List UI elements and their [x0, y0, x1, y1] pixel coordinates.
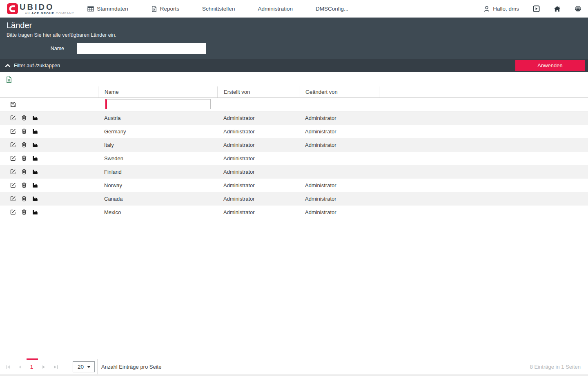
excel-export-icon[interactable]: [6, 76, 12, 83]
table-row: Canada Administrator Administrator: [0, 192, 588, 206]
nav-item-schnittstellen[interactable]: Schnittstellen: [202, 6, 235, 12]
active-page-indicator: [27, 358, 38, 360]
countries-table: Name Erstellt von Geändert von: [0, 86, 588, 219]
cell-modified-by: Administrator: [299, 128, 379, 135]
edit-icon[interactable]: [10, 195, 16, 202]
factory-icon[interactable]: [32, 142, 38, 148]
edit-icon[interactable]: [10, 182, 16, 188]
column-header-created-by[interactable]: Erstellt von: [217, 86, 299, 97]
globe-icon: [575, 5, 581, 12]
logo-c-icon: [7, 3, 18, 15]
first-page-icon: [5, 364, 11, 370]
next-page-icon: [41, 364, 47, 370]
factory-icon[interactable]: [32, 195, 38, 202]
filter-toolbar: Filter auf-/zuklappen Anwenden: [0, 59, 588, 72]
brand-text: UBIDO: [20, 2, 74, 11]
cell-name: Sweden: [98, 155, 217, 161]
home-icon: [554, 6, 561, 12]
page-size-label: Anzahl Einträge pro Seite: [101, 364, 161, 370]
factory-icon[interactable]: [32, 155, 38, 161]
prev-page-button[interactable]: [14, 360, 26, 374]
name-filter-input[interactable]: [77, 43, 206, 54]
main-menu: Stammdaten Reports Schnittstellen Admini…: [87, 6, 348, 12]
nav-item-administration[interactable]: Administration: [258, 6, 293, 12]
edit-icon[interactable]: [10, 209, 16, 215]
factory-icon[interactable]: [32, 182, 38, 188]
delete-icon[interactable]: [21, 128, 27, 135]
bottom-strip: [0, 374, 588, 376]
prev-page-icon: [17, 364, 23, 370]
user-icon: [483, 6, 490, 12]
delete-icon[interactable]: [21, 115, 27, 121]
next-page-button[interactable]: [38, 360, 49, 374]
play-icon: [533, 5, 540, 12]
delete-icon[interactable]: [21, 209, 27, 215]
save-icon[interactable]: [10, 101, 16, 108]
content-area: Name Erstellt von Geändert von: [0, 72, 588, 359]
delete-icon[interactable]: [21, 168, 27, 175]
cell-modified-by: Administrator: [299, 182, 379, 188]
cell-created-by: Administrator: [217, 155, 299, 161]
nav-item-label: Schnittstellen: [202, 6, 235, 12]
column-header-modified-by[interactable]: Geändert von: [299, 86, 379, 97]
first-page-button[interactable]: [2, 360, 14, 374]
delete-icon[interactable]: [21, 155, 27, 161]
cell-created-by: Administrator: [217, 196, 299, 202]
filter-collapse-toggle[interactable]: Filter auf-/zuklappen: [5, 63, 60, 69]
cell-name: Austria: [98, 115, 217, 121]
column-header-name[interactable]: Name: [98, 86, 217, 97]
video-help-button[interactable]: [533, 5, 540, 12]
factory-icon[interactable]: [32, 115, 38, 121]
factory-icon[interactable]: [32, 128, 38, 135]
nav-item-label: DMSConfig...: [316, 6, 348, 12]
page-number-button[interactable]: 1: [26, 360, 38, 374]
page-header: Länder Bitte tragen Sie hier alle verfüg…: [0, 18, 588, 59]
home-button[interactable]: [554, 6, 561, 12]
nav-item-stammdaten[interactable]: Stammdaten: [87, 6, 128, 12]
cell-name: Italy: [98, 142, 217, 148]
delete-icon[interactable]: [21, 195, 27, 202]
nav-item-dmsconfig[interactable]: DMSConfig...: [316, 6, 348, 12]
delete-icon[interactable]: [21, 142, 27, 148]
app-window: UBIDO AN ACP GROUP COMPANY Stammdaten: [0, 0, 588, 376]
cell-name: Mexico: [98, 209, 217, 215]
cell-created-by: Administrator: [217, 128, 299, 135]
edit-icon[interactable]: [10, 155, 16, 161]
table-row: Finland Administrator: [0, 165, 588, 179]
language-button[interactable]: [575, 5, 581, 12]
cell-modified-by: Administrator: [299, 209, 379, 215]
factory-icon[interactable]: [32, 168, 38, 175]
nav-item-reports[interactable]: Reports: [151, 6, 179, 12]
delete-icon[interactable]: [21, 182, 27, 188]
cell-name: Canada: [98, 196, 217, 202]
table-row: Italy Administrator Administrator: [0, 138, 588, 152]
table-grid-icon: [87, 6, 94, 12]
pagination-bar: 1 20 Anzahl Einträge pro Seite 8 Einträg…: [0, 359, 588, 374]
cell-name: Finland: [98, 169, 217, 175]
cell-modified-by: Administrator: [299, 142, 379, 148]
cell-name: Germany: [98, 128, 217, 135]
top-navbar: UBIDO AN ACP GROUP COMPANY Stammdaten: [0, 0, 588, 18]
factory-icon[interactable]: [32, 209, 38, 215]
name-filter-row: Name: [7, 43, 581, 54]
cell-modified-by: Administrator: [299, 115, 379, 121]
apply-button[interactable]: Anwenden: [515, 60, 585, 71]
name-column-filter-input[interactable]: [105, 99, 211, 109]
user-menu[interactable]: Hallo, dms: [483, 6, 519, 12]
edit-icon[interactable]: [10, 168, 16, 175]
edit-icon[interactable]: [10, 128, 16, 135]
last-page-button[interactable]: [49, 360, 61, 374]
entries-summary: 8 Einträge in 1 Seiten: [530, 364, 581, 370]
filter-toggle-label: Filter auf-/zuklappen: [14, 63, 60, 69]
table-row: Germany Administrator Administrator: [0, 125, 588, 138]
cubido-logo[interactable]: UBIDO AN ACP GROUP COMPANY: [7, 2, 74, 15]
edit-icon[interactable]: [10, 115, 16, 121]
table-header-row: Name Erstellt von Geändert von: [0, 86, 588, 98]
page-size-select[interactable]: 20: [73, 361, 95, 372]
page-subtitle: Bitte tragen Sie hier alle verfügbaren L…: [7, 32, 581, 38]
caret-down-icon: [87, 366, 91, 368]
table-row: Mexico Administrator Administrator: [0, 206, 588, 219]
cell-created-by: Administrator: [217, 142, 299, 148]
cell-created-by: Administrator: [217, 169, 299, 175]
edit-icon[interactable]: [10, 142, 16, 148]
